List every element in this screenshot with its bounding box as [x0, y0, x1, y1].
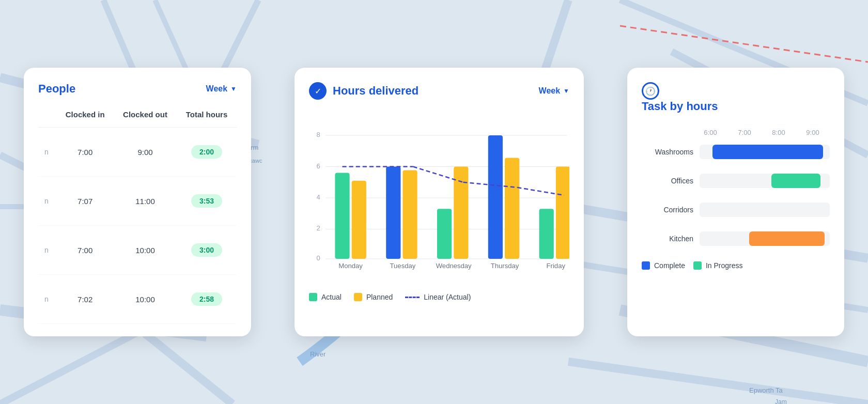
- task-label-corridors: Corridors: [642, 206, 693, 214]
- svg-rect-41: [488, 135, 503, 259]
- task-label-washrooms: Washrooms: [642, 148, 693, 156]
- legend-complete: Complete: [642, 261, 685, 270]
- svg-text:Thursday: Thursday: [491, 262, 519, 270]
- tasks-card-header-left: 🕐 Task by hours: [642, 82, 718, 113]
- row-total: 2:00: [177, 128, 237, 177]
- row-clocked-in: 7:02: [56, 275, 114, 324]
- total-hours-badge: 3:00: [191, 243, 222, 257]
- legend-linear-label: Linear (Actual): [424, 293, 471, 301]
- clock-table: Clocked in Clocked out Total hours n 7:0…: [38, 106, 237, 324]
- row-name: n: [38, 226, 56, 275]
- hours-week-selector[interactable]: Week ▼: [539, 86, 569, 96]
- svg-rect-36: [352, 181, 366, 259]
- hours-card-title: Hours delivered: [333, 84, 419, 98]
- table-row: n 7:02 10:00 2:58: [38, 275, 237, 324]
- gantt-row-offices: Offices: [642, 174, 830, 188]
- svg-rect-35: [335, 173, 349, 259]
- svg-rect-38: [402, 170, 417, 259]
- row-name: n: [38, 177, 56, 226]
- row-clocked-out: 11:00: [114, 177, 177, 226]
- row-clocked-out: 10:00: [114, 275, 177, 324]
- svg-text:4: 4: [316, 193, 320, 201]
- svg-text:Tuesday: Tuesday: [390, 262, 416, 270]
- svg-text:Wednesday: Wednesday: [436, 262, 472, 270]
- col-clocked-in: Clocked in: [56, 106, 114, 128]
- row-clocked-out: 9:00: [114, 128, 177, 177]
- row-total: 2:58: [177, 275, 237, 324]
- time-label-9: 9:00: [796, 129, 830, 136]
- people-card-header: People Week ▼: [38, 82, 237, 96]
- legend-linear-line: [405, 297, 420, 298]
- people-card: People Week ▼ Clocked in Clocked out Tot…: [24, 68, 251, 336]
- task-track-offices: [700, 174, 830, 188]
- gantt-row-kitchen: Kitchen: [642, 231, 830, 246]
- svg-rect-42: [505, 158, 519, 259]
- hours-card-header-left: ✓ Hours delivered: [309, 82, 419, 100]
- hours-card-header: ✓ Hours delivered Week ▼: [309, 82, 569, 100]
- gantt-row-corridors: Corridors: [642, 203, 830, 217]
- gantt-row-washrooms: Washrooms: [642, 145, 830, 159]
- time-label-6: 6:00: [693, 129, 727, 136]
- legend-in-progress-label: In Progress: [706, 261, 743, 270]
- row-name: n: [38, 275, 56, 324]
- legend-planned: Planned: [354, 293, 393, 301]
- task-bar-offices: [771, 174, 821, 188]
- legend-complete-label: Complete: [654, 261, 685, 270]
- task-bar-kitchen: [749, 231, 825, 246]
- legend-linear: Linear (Actual): [405, 293, 471, 301]
- table-row: n 7:07 11:00 3:53: [38, 177, 237, 226]
- time-label-7: 7:00: [727, 129, 762, 136]
- svg-text:Monday: Monday: [338, 262, 363, 270]
- chevron-down-icon: ▼: [230, 85, 237, 92]
- clock-icon: 🕐: [642, 82, 659, 100]
- task-label-kitchen: Kitchen: [642, 235, 693, 243]
- legend-actual-box: [309, 293, 317, 301]
- gantt-header: 6:00 7:00 8:00 9:00: [693, 129, 830, 136]
- table-row: n 7:00 9:00 2:00: [38, 128, 237, 177]
- svg-rect-37: [386, 167, 400, 259]
- task-hours-card: 🕐 Task by hours 6:00 7:00 8:00 9:00: [627, 68, 844, 336]
- task-track-kitchen: [700, 231, 830, 246]
- svg-text:6: 6: [316, 162, 320, 170]
- col-clocked-out: Clocked out: [114, 106, 177, 128]
- people-week-selector[interactable]: Week ▼: [206, 84, 237, 94]
- tasks-card-header: 🕐 Task by hours: [642, 82, 830, 113]
- hours-chart-svg: 8 6 4 2 0: [309, 115, 569, 281]
- col-name: [38, 106, 56, 128]
- task-bar-washrooms: [712, 145, 823, 159]
- row-total: 3:00: [177, 226, 237, 275]
- row-clocked-in: 7:00: [56, 226, 114, 275]
- people-card-title: People: [38, 82, 75, 96]
- task-track-washrooms: [700, 145, 830, 159]
- check-circle-icon: ✓: [309, 82, 327, 100]
- legend-in-progress: In Progress: [693, 261, 743, 270]
- table-row: n 7:00 10:00 3:00: [38, 226, 237, 275]
- task-label-offices: Offices: [642, 177, 693, 185]
- legend-complete-box: [642, 261, 650, 270]
- gantt-rows: Washrooms Offices Corridors: [642, 145, 830, 246]
- chevron-down-icon-2: ▼: [563, 87, 569, 95]
- tasks-card-title: Task by hours: [642, 100, 718, 113]
- legend-planned-box: [354, 293, 362, 301]
- cards-container: People Week ▼ Clocked in Clocked out Tot…: [0, 0, 868, 404]
- gantt-legend: Complete In Progress: [642, 246, 830, 270]
- svg-rect-39: [437, 209, 452, 259]
- hours-delivered-card: ✓ Hours delivered Week ▼ 8 6 4 2 0: [295, 68, 584, 336]
- legend-actual: Actual: [309, 293, 342, 301]
- row-name: n: [38, 128, 56, 177]
- total-hours-badge: 2:00: [191, 145, 222, 159]
- svg-text:8: 8: [316, 131, 320, 138]
- svg-rect-44: [556, 167, 569, 259]
- hours-week-label: Week: [539, 86, 561, 96]
- svg-text:0: 0: [316, 254, 320, 262]
- total-hours-badge: 2:58: [191, 292, 222, 306]
- time-label-8: 8:00: [762, 129, 796, 136]
- legend-planned-label: Planned: [366, 293, 393, 301]
- svg-text:2: 2: [316, 225, 320, 232]
- svg-text:Friday: Friday: [547, 262, 566, 270]
- people-week-label: Week: [206, 84, 228, 94]
- chart-legend: Actual Planned Linear (Actual): [309, 289, 569, 301]
- bar-chart-area: 8 6 4 2 0: [309, 115, 569, 324]
- task-track-corridors: [700, 203, 830, 217]
- row-clocked-in: 7:07: [56, 177, 114, 226]
